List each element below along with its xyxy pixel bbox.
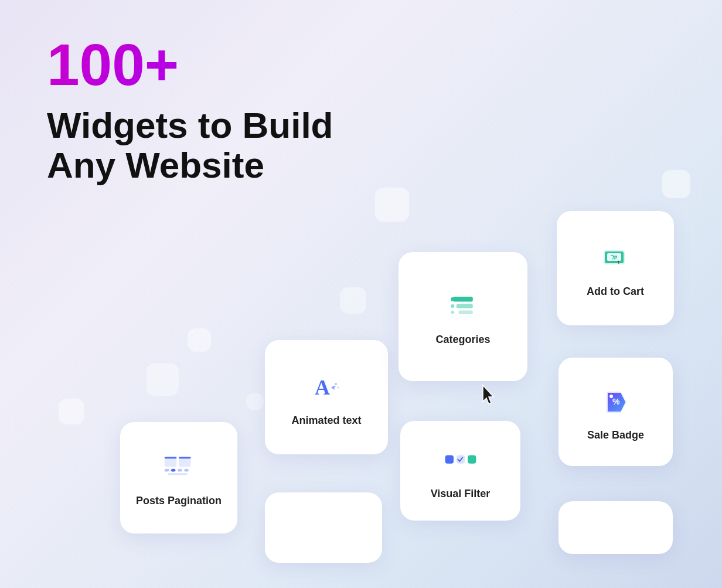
- hero-subtitle-line1: Widgets to Build: [47, 105, 333, 145]
- svg-rect-2: [607, 253, 621, 261]
- svg-rect-10: [451, 311, 454, 314]
- svg-rect-8: [451, 297, 454, 301]
- posts-pagination-icon: [162, 451, 195, 487]
- card-animated-text[interactable]: A Animated text: [265, 340, 388, 454]
- svg-text:%: %: [612, 397, 620, 406]
- animated-text-icon: A: [310, 371, 343, 406]
- main-container: 100+ Widgets to Build Any Website: [0, 0, 722, 588]
- deco-square-5: [662, 170, 690, 198]
- visual-filter-label: Visual Filter: [431, 488, 491, 501]
- svg-rect-18: [165, 469, 169, 472]
- deco-square-1: [375, 188, 409, 222]
- posts-pagination-label: Posts Pagination: [136, 495, 222, 508]
- sale-badge-label: Sale Badge: [587, 429, 644, 442]
- sale-badge-icon: %: [600, 386, 632, 421]
- categories-label: Categories: [435, 334, 490, 346]
- deco-square-8: [246, 393, 264, 410]
- card-partial-bottom[interactable]: [265, 492, 382, 563]
- deco-square-2: [340, 287, 366, 314]
- svg-rect-5: [453, 297, 473, 301]
- svg-point-12: [335, 383, 337, 385]
- hero-subtitle: Widgets to Build Any Website: [47, 106, 375, 185]
- hero-subtitle-line2: Any Website: [47, 145, 264, 185]
- svg-rect-7: [459, 311, 473, 315]
- card-sale-badge[interactable]: % Sale Badge: [558, 358, 673, 466]
- svg-rect-27: [468, 456, 476, 464]
- deco-square-7: [59, 399, 84, 424]
- card-add-to-cart[interactable]: Add to Cart: [557, 211, 674, 325]
- svg-text:A: A: [315, 376, 330, 399]
- cursor-pointer: [481, 384, 499, 406]
- deco-square-4: [147, 363, 179, 396]
- svg-rect-6: [457, 304, 473, 308]
- svg-rect-22: [168, 474, 188, 475]
- add-to-cart-label: Add to Cart: [587, 285, 644, 298]
- svg-point-3: [612, 258, 614, 259]
- svg-rect-20: [178, 469, 182, 472]
- svg-rect-21: [184, 469, 188, 472]
- visual-filter-icon: [444, 444, 477, 480]
- svg-rect-19: [171, 469, 175, 472]
- svg-point-13: [338, 386, 339, 388]
- deco-square-3: [188, 328, 211, 352]
- categories-icon: [447, 290, 479, 325]
- svg-rect-9: [451, 304, 454, 308]
- animated-text-label: Animated text: [291, 414, 361, 427]
- card-posts-pagination[interactable]: Posts Pagination: [120, 422, 237, 533]
- svg-rect-25: [445, 456, 453, 464]
- card-categories[interactable]: Categories: [399, 252, 527, 381]
- svg-rect-16: [165, 457, 177, 459]
- card-partial-bottom-right[interactable]: [558, 501, 673, 554]
- hero-number: 100+: [47, 35, 675, 94]
- card-visual-filter[interactable]: Visual Filter: [400, 421, 520, 521]
- svg-rect-17: [179, 457, 191, 459]
- svg-point-4: [614, 258, 615, 259]
- svg-point-24: [609, 395, 613, 398]
- add-to-cart-icon: [599, 242, 632, 277]
